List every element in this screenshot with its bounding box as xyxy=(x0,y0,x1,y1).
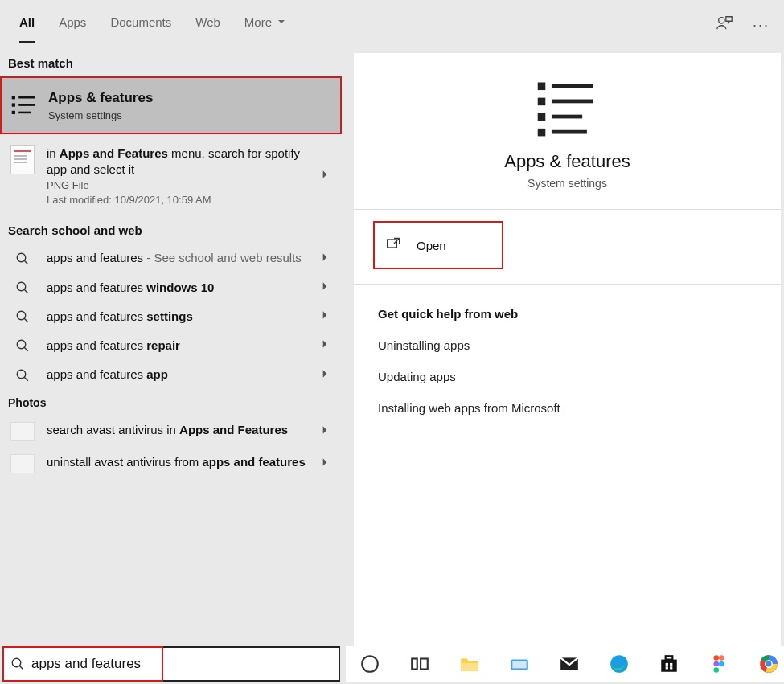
result-title: Apps & features xyxy=(48,89,310,108)
tab-more[interactable]: More xyxy=(244,7,286,43)
results-panel: Best match Apps & features System settin… xyxy=(0,50,342,684)
tab-documents[interactable]: Documents xyxy=(110,7,171,43)
svg-point-28 xyxy=(362,656,378,672)
svg-point-9 xyxy=(17,282,26,291)
svg-rect-41 xyxy=(670,666,672,669)
svg-point-15 xyxy=(17,370,26,379)
search-input[interactable] xyxy=(31,656,339,672)
result-title: uninstall avast antivirus from apps and … xyxy=(47,454,311,470)
open-icon xyxy=(386,236,402,254)
result-title: apps and features settings xyxy=(47,309,311,325)
svg-point-7 xyxy=(17,253,26,262)
result-file-png[interactable]: in Apps and Features menu, search for sp… xyxy=(0,134,342,218)
chevron-right-icon xyxy=(319,338,330,353)
help-link-updating[interactable]: Updating apps xyxy=(378,370,757,383)
taskbar-edge-icon[interactable] xyxy=(606,651,632,677)
search-bar xyxy=(2,646,340,682)
svg-rect-30 xyxy=(421,659,428,670)
taskbar-taskview-icon[interactable] xyxy=(407,651,433,677)
filter-tabs-bar: All Apps Documents Web More ··· xyxy=(0,0,784,50)
svg-rect-5 xyxy=(18,104,35,106)
result-apps-and-features[interactable]: Apps & features System settings xyxy=(0,76,342,134)
help-link-uninstalling[interactable]: Uninstalling apps xyxy=(378,338,757,352)
photo-result-2[interactable]: uninstall avast antivirus from apps and … xyxy=(0,448,342,480)
search-icon xyxy=(8,309,37,324)
svg-rect-19 xyxy=(537,98,545,106)
tab-all[interactable]: All xyxy=(19,7,35,43)
detail-subtitle: System settings xyxy=(378,177,757,190)
svg-rect-22 xyxy=(551,115,581,119)
settings-list-icon xyxy=(10,92,39,119)
photo-result-1[interactable]: search avast antivirus in Apps and Featu… xyxy=(0,416,342,448)
chevron-right-icon xyxy=(319,281,330,295)
chevron-right-icon xyxy=(319,368,330,383)
result-title: search avast antivirus in Apps and Featu… xyxy=(47,422,311,438)
web-result-windows10[interactable]: apps and features windows 10 xyxy=(0,273,342,302)
svg-rect-36 xyxy=(661,660,677,672)
svg-rect-29 xyxy=(412,659,417,670)
web-result-see-results[interactable]: apps and features - See school and web r… xyxy=(0,244,342,272)
result-file-modified: Last modified: 10/9/2021, 10:59 AM xyxy=(47,194,311,206)
svg-rect-23 xyxy=(537,129,545,137)
web-result-repair[interactable]: apps and features repair xyxy=(0,331,342,360)
taskbar-store-icon[interactable] xyxy=(656,651,682,677)
svg-line-10 xyxy=(24,289,28,293)
taskbar-keyboard-icon[interactable] xyxy=(507,651,532,677)
svg-rect-21 xyxy=(537,113,545,121)
photo-thumbnail-icon xyxy=(8,422,37,441)
tab-web[interactable]: Web xyxy=(195,7,220,43)
svg-rect-17 xyxy=(537,83,545,91)
search-icon xyxy=(8,368,37,383)
detail-title: Apps & features xyxy=(378,151,757,172)
chevron-right-icon xyxy=(319,457,330,471)
taskbar-cortana-icon[interactable] xyxy=(357,651,383,677)
svg-rect-40 xyxy=(666,666,668,669)
svg-rect-2 xyxy=(12,103,15,106)
result-subtitle: System settings xyxy=(48,109,310,121)
chevron-right-icon xyxy=(319,424,330,439)
chevron-right-icon xyxy=(319,309,330,324)
svg-rect-1 xyxy=(12,96,15,99)
svg-rect-4 xyxy=(18,96,35,99)
section-best-match: Best match xyxy=(0,50,342,76)
svg-rect-18 xyxy=(551,84,593,88)
result-title: apps and features windows 10 xyxy=(47,280,311,296)
svg-point-43 xyxy=(719,655,724,661)
svg-point-46 xyxy=(714,667,720,673)
photo-thumbnail-icon xyxy=(8,454,37,473)
file-thumbnail-icon xyxy=(8,145,37,174)
taskbar-figma-icon[interactable] xyxy=(706,651,732,677)
svg-rect-33 xyxy=(512,661,526,669)
section-photos: Photos xyxy=(0,390,342,416)
taskbar xyxy=(346,646,784,682)
taskbar-mail-icon[interactable] xyxy=(556,651,582,677)
svg-rect-20 xyxy=(551,100,593,104)
open-button[interactable]: Open xyxy=(373,221,503,269)
svg-line-14 xyxy=(24,348,28,352)
svg-point-50 xyxy=(766,661,772,667)
feedback-icon[interactable] xyxy=(716,14,733,35)
svg-point-42 xyxy=(714,655,720,661)
help-link-installing[interactable]: Installing web apps from Microsoft xyxy=(378,401,757,415)
svg-line-12 xyxy=(24,318,28,322)
web-result-app[interactable]: apps and features app xyxy=(0,360,342,389)
chevron-right-icon xyxy=(319,252,330,266)
svg-rect-6 xyxy=(18,112,31,114)
result-title: apps and features - See school and web r… xyxy=(47,250,311,266)
web-result-settings[interactable]: apps and features settings xyxy=(0,302,342,331)
detail-panel: Apps & features System settings Open Get… xyxy=(354,53,781,681)
svg-point-26 xyxy=(12,658,21,667)
taskbar-file-explorer-icon[interactable] xyxy=(457,651,482,677)
help-header: Get quick help from web xyxy=(378,307,757,321)
taskbar-chrome-icon[interactable] xyxy=(756,651,782,677)
svg-rect-31 xyxy=(461,663,478,671)
svg-rect-37 xyxy=(666,656,673,659)
overflow-menu-icon[interactable]: ··· xyxy=(753,17,770,34)
svg-point-45 xyxy=(719,661,724,667)
svg-point-11 xyxy=(17,311,26,320)
tab-apps[interactable]: Apps xyxy=(59,7,86,43)
search-icon xyxy=(8,338,37,353)
svg-point-13 xyxy=(17,341,26,350)
section-school-web: Search school and web xyxy=(0,217,342,244)
svg-point-44 xyxy=(714,661,720,667)
